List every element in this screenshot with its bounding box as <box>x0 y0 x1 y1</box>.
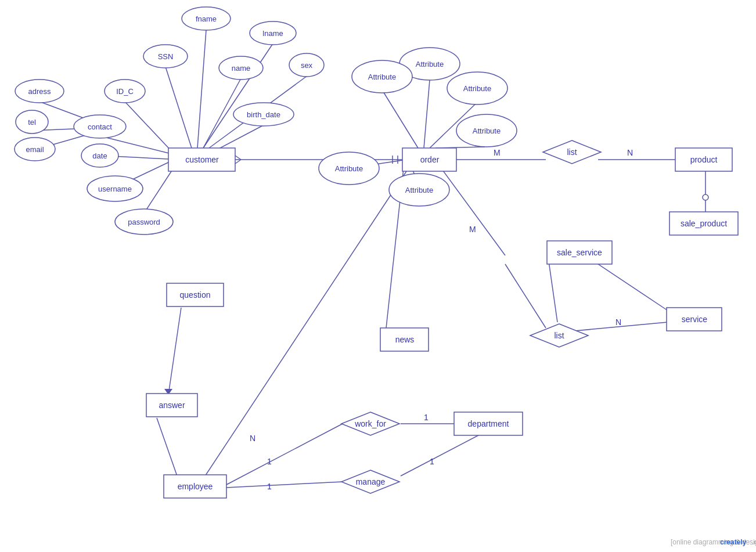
svg-text:N: N <box>250 434 255 443</box>
svg-line-21 <box>383 92 418 148</box>
svg-text:1: 1 <box>430 457 434 466</box>
svg-text:M: M <box>469 225 476 234</box>
attr-email: email <box>26 145 44 154</box>
svg-line-34 <box>505 264 546 328</box>
svg-text:N: N <box>627 148 633 157</box>
svg-text:N: N <box>615 318 621 327</box>
attr-attribute4: Attribute <box>473 127 501 135</box>
entity-sale-product-label: sale_product <box>681 219 727 228</box>
svg-line-54 <box>401 430 489 476</box>
svg-line-15 <box>235 156 241 160</box>
diamond-list1-label: list <box>567 147 577 157</box>
entity-news-label: news <box>395 335 415 344</box>
attr-tel: tel <box>28 118 36 127</box>
attr-name: name <box>232 64 251 73</box>
attr-adress: adress <box>28 87 51 96</box>
entity-order-label: order <box>420 155 440 164</box>
entity-product-label: product <box>690 155 718 164</box>
attr-username: username <box>98 185 132 193</box>
attr-ssn: SSN <box>158 52 174 61</box>
attr-date: date <box>92 151 107 160</box>
diamond-manage-label: manage <box>356 477 386 486</box>
svg-line-39 <box>549 261 557 322</box>
attr-contact: contact <box>88 122 112 131</box>
attr-birth-date: birth_date <box>247 110 280 119</box>
svg-line-19 <box>424 80 430 148</box>
attr-lname: lname <box>262 29 283 38</box>
attr-sex: sex <box>301 61 313 70</box>
svg-line-48 <box>226 424 343 485</box>
attr-attribute6: Attribute <box>405 186 433 194</box>
attr-idc: ID_C <box>116 87 134 96</box>
entity-sale-service-label: sale_service <box>557 248 602 257</box>
svg-line-41 <box>168 308 181 395</box>
watermark-domain: .com <box>752 538 756 546</box>
svg-line-46 <box>197 171 406 488</box>
svg-line-16 <box>235 160 241 164</box>
svg-line-0 <box>197 30 206 148</box>
diamond-work-for-label: work_for <box>354 419 386 428</box>
entity-employee-label: employee <box>178 482 213 491</box>
entity-service-label: service <box>682 315 708 324</box>
svg-point-29 <box>703 194 708 200</box>
attr-attribute2: Attribute <box>463 84 491 93</box>
attr-password: password <box>128 218 160 226</box>
svg-line-52 <box>226 482 343 488</box>
attr-attribute3: Attribute <box>368 73 396 81</box>
svg-line-43 <box>157 418 177 476</box>
svg-text:M: M <box>494 148 501 157</box>
diamond-list2-label: list <box>554 331 564 340</box>
entity-question-label: question <box>180 290 211 300</box>
watermark-brand: creately <box>720 538 747 546</box>
svg-text:1: 1 <box>424 413 429 422</box>
svg-text:1: 1 <box>267 482 272 491</box>
attr-attribute5: Attribute <box>335 164 363 173</box>
entity-customer-label: customer <box>185 155 219 164</box>
entity-department-label: department <box>468 419 509 428</box>
attr-fname: fname <box>196 15 217 23</box>
entity-answer-label: answer <box>159 401 185 410</box>
svg-line-2 <box>165 67 192 148</box>
attr-attribute1: Attribute <box>416 60 444 68</box>
svg-text:1: 1 <box>267 457 272 466</box>
svg-line-32 <box>441 168 505 255</box>
